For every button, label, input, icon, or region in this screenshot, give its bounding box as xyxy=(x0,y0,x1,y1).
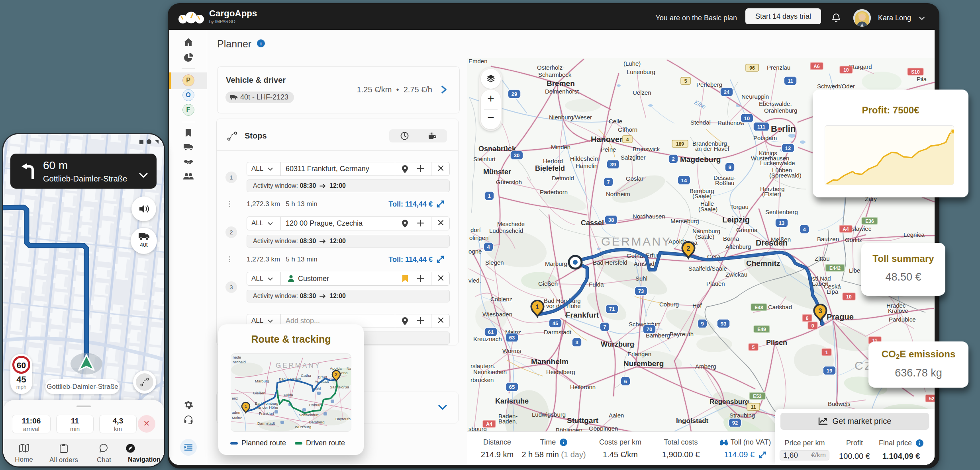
svg-text:Wiesbaden: Wiesbaden xyxy=(482,311,512,318)
svg-text:92: 92 xyxy=(732,420,738,426)
svg-text:E48: E48 xyxy=(755,305,763,310)
svg-text:Bayreuth: Bayreuth xyxy=(335,417,351,421)
svg-text:24: 24 xyxy=(724,89,730,95)
svg-text:E442: E442 xyxy=(829,265,841,271)
svg-text:Göppingen: Göppingen xyxy=(589,425,618,431)
svg-text:Steinfurt: Steinfurt xyxy=(473,156,496,162)
svg-text:Nienburg/Weser: Nienburg/Weser xyxy=(549,114,592,121)
svg-text:Zittau: Zittau xyxy=(815,255,830,262)
svg-text:189: 189 xyxy=(676,141,684,147)
svg-text:Böblingen: Böblingen xyxy=(556,427,582,431)
svg-text:96: 96 xyxy=(749,65,755,71)
svg-text:Karlsruhe: Karlsruhe xyxy=(495,397,529,405)
svg-text:9: 9 xyxy=(701,321,704,327)
svg-text:Kralove: Kralove xyxy=(888,307,908,314)
svg-text:Darmstadt: Darmstadt xyxy=(257,421,275,425)
svg-text:vied.: vied. xyxy=(468,277,481,284)
svg-text:Gotha: Gotha xyxy=(301,373,312,378)
svg-text:Zwickau: Zwickau xyxy=(725,271,747,278)
svg-text:38: 38 xyxy=(608,217,614,223)
svg-text:Bad Hersfeld: Bad Hersfeld xyxy=(593,259,627,266)
svg-text:Coburg: Coburg xyxy=(659,301,679,308)
svg-text:Frankfurt: Frankfurt xyxy=(259,411,274,415)
svg-text:Marburg: Marburg xyxy=(255,379,269,383)
svg-text:5: 5 xyxy=(684,78,687,84)
svg-text:Fulda: Fulda xyxy=(589,281,604,288)
svg-text:13: 13 xyxy=(779,220,784,226)
svg-text:(Saale): (Saale) xyxy=(695,233,714,240)
svg-text:ogne: ogne xyxy=(468,248,482,255)
svg-text:(Saale): (Saale) xyxy=(692,193,711,199)
svg-text:nede: nede xyxy=(233,355,241,359)
svg-text:7: 7 xyxy=(607,179,610,185)
svg-text:1: 1 xyxy=(245,404,247,409)
svg-text:Schwedt/Oder: Schwedt/Oder xyxy=(817,83,855,90)
svg-text:Lüdenscheid: Lüdenscheid xyxy=(489,227,523,234)
svg-text:Detmold: Detmold xyxy=(552,175,574,181)
svg-text:Altenburg: Altenburg xyxy=(725,243,751,250)
svg-text:61: 61 xyxy=(488,329,494,335)
svg-text:GERMANY: GERMANY xyxy=(276,362,321,369)
svg-text:Hof: Hof xyxy=(692,302,702,309)
svg-text:Baden.: Baden. xyxy=(498,418,517,425)
svg-text:rbrucken: rbrucken xyxy=(470,376,494,383)
svg-text:Oranienburg: Oranienburg xyxy=(764,107,797,114)
svg-text:1: 1 xyxy=(536,304,539,310)
svg-text:Bielefeld: Bielefeld xyxy=(535,164,565,172)
svg-text:Scharmbeck: Scharmbeck xyxy=(538,71,572,78)
svg-text:Chemnitz: Chemnitz xyxy=(746,259,780,267)
svg-text:30: 30 xyxy=(514,152,519,158)
svg-text:Magdeburg: Magdeburg xyxy=(680,155,721,164)
svg-text:dorf: dorf xyxy=(470,226,481,233)
svg-text:Coburg: Coburg xyxy=(309,403,321,407)
svg-text:Torgau: Torgau xyxy=(730,203,749,210)
svg-text:Würzburg: Würzburg xyxy=(601,340,634,348)
svg-text:Laben: Laben xyxy=(812,280,829,287)
svg-text:Uelzen: Uelzen xyxy=(633,89,651,96)
svg-text:olingen: olingen xyxy=(469,234,488,241)
svg-text:Straubing: Straubing xyxy=(729,412,755,419)
svg-text:Siegen: Siegen xyxy=(485,259,504,266)
svg-text:E49: E49 xyxy=(757,327,766,332)
svg-text:Stuttgart: Stuttgart xyxy=(567,416,599,425)
svg-text:65: 65 xyxy=(509,384,515,390)
svg-text:aden: aden xyxy=(232,410,240,415)
svg-text:Apolda: Apolda xyxy=(330,366,342,371)
svg-text:Gütersloh: Gütersloh xyxy=(496,179,522,185)
svg-text:Eberswalde.: Eberswalde. xyxy=(759,100,792,107)
svg-text:Hanover: Hanover xyxy=(591,135,623,144)
svg-text:Gifhorn: Gifhorn xyxy=(618,126,637,133)
svg-text:Marburg: Marburg xyxy=(545,260,567,267)
svg-text:3: 3 xyxy=(575,339,578,345)
svg-text:Mannheim: Mannheim xyxy=(531,357,568,366)
svg-text:111: 111 xyxy=(757,124,765,130)
svg-text:6: 6 xyxy=(624,378,627,384)
svg-text:Legnica: Legnica xyxy=(904,231,925,238)
svg-text:Amberg: Amberg xyxy=(695,363,716,370)
svg-text:Leipzig: Leipzig xyxy=(722,215,750,224)
svg-text:Grimma: Grimma xyxy=(736,226,758,233)
svg-text:Hamelin: Hamelin xyxy=(576,162,598,169)
svg-text:Prenzlau: Prenzlau xyxy=(767,64,790,71)
svg-text:Arnstadt: Arnstadt xyxy=(634,260,657,267)
svg-text:Herford: Herford xyxy=(543,158,563,164)
svg-text:14: 14 xyxy=(681,177,687,183)
svg-text:Bayreuth: Bayreuth xyxy=(670,331,694,337)
svg-text:nscheid: nscheid xyxy=(233,360,246,364)
svg-text:Celle: Celle xyxy=(609,118,622,125)
svg-text:(Spreewald): (Spreewald) xyxy=(769,172,802,179)
svg-text:Osnabrück: Osnabrück xyxy=(478,145,516,153)
svg-text:Saalfeld/Saale: Saalfeld/Saale xyxy=(688,265,727,272)
svg-text:Münster: Münster xyxy=(483,168,511,176)
svg-text:Schweinfurt: Schweinfurt xyxy=(299,413,319,417)
svg-text:1: 1 xyxy=(825,350,828,355)
svg-text:52: 52 xyxy=(929,396,935,402)
svg-text:Prague: Prague xyxy=(827,312,854,321)
svg-text:Brunswick: Brunswick xyxy=(633,146,660,152)
svg-text:3: 3 xyxy=(819,308,822,314)
svg-text:(Saale): (Saale) xyxy=(698,206,717,213)
svg-text:6: 6 xyxy=(806,316,809,321)
svg-text:an der Havel: an der Havel xyxy=(695,145,729,152)
svg-text:(Luhe): (Luhe) xyxy=(623,60,641,67)
svg-text:4: 4 xyxy=(626,137,629,142)
